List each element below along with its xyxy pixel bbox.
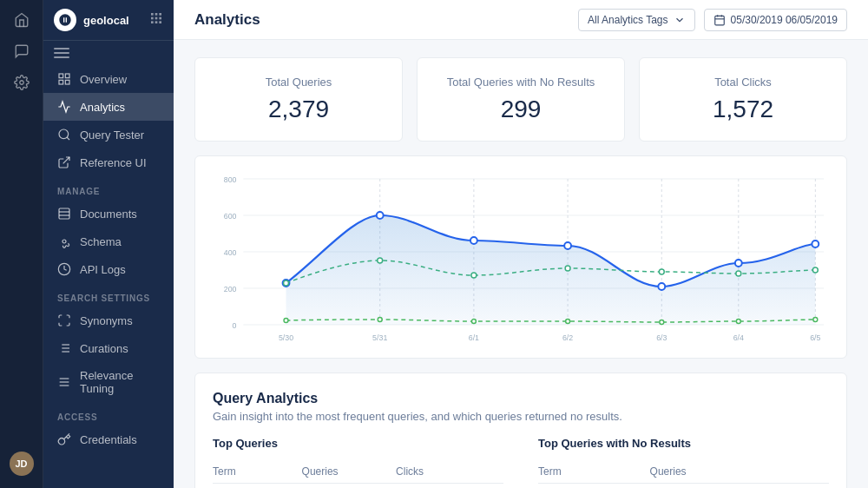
svg-text:200: 200 [224, 285, 237, 293]
nav-item-api-logs[interactable]: API Logs [43, 255, 174, 283]
nav-item-synonyms[interactable]: Synonyms [43, 307, 174, 334]
table-row: tavern ℹ [538, 484, 829, 489]
top-queries-heading: Top Queries [213, 437, 503, 450]
sidebar-main-column: geolocal Overview Analytics [43, 0, 174, 488]
query-analytics-card: Query Analytics Gain insight into the mo… [194, 373, 847, 488]
date-range-picker[interactable]: 05/30/2019 06/05/2019 [704, 9, 847, 31]
nav-item-reference-ui[interactable]: Reference UI [43, 148, 174, 176]
query-term-link[interactable]: brunch [213, 484, 302, 489]
svg-point-69 [659, 269, 664, 274]
query-analytics-title: Query Analytics [213, 391, 829, 406]
nav-item-curations[interactable]: Curations [43, 334, 174, 362]
svg-point-60 [470, 237, 477, 244]
nav-item-schema[interactable]: Schema [43, 228, 174, 255]
col-term: Term [213, 460, 302, 484]
svg-point-77 [736, 320, 740, 324]
nav-section-search-settings: SEARCH SETTINGS Synonyms Curations Relev… [43, 283, 174, 402]
svg-rect-5 [155, 17, 158, 20]
nav-section-manage: MANAGE Documents Schema API Logs [43, 176, 174, 283]
svg-point-68 [565, 266, 570, 271]
user-avatar[interactable]: JD [10, 452, 34, 476]
svg-rect-8 [155, 21, 158, 23]
svg-point-64 [812, 241, 819, 247]
svg-point-67 [471, 273, 477, 278]
svg-point-14 [59, 129, 69, 139]
nav-item-documents[interactable]: Documents [43, 200, 174, 228]
analytics-chart: 800 600 400 200 0 5/30 5/31 6/1 6/2 6/3 … [194, 155, 847, 359]
col-term-2: Term [538, 460, 650, 484]
svg-rect-31 [714, 16, 724, 24]
svg-point-0 [19, 81, 23, 85]
nav-main: Overview Analytics Query Tester Referenc… [43, 65, 174, 176]
home-icon[interactable] [14, 12, 30, 31]
click-count: 66 [396, 484, 468, 489]
svg-text:6/2: 6/2 [562, 333, 573, 342]
query-columns: Top Queries Term Queries Clicks [213, 437, 829, 488]
nav-item-credentials[interactable]: Credentials [43, 425, 174, 453]
svg-text:400: 400 [224, 248, 237, 257]
header-controls: All Analytics Tags 05/30/2019 06/05/2019 [578, 9, 847, 31]
svg-rect-1 [151, 13, 154, 16]
svg-text:6/5: 6/5 [810, 333, 820, 342]
nav-item-relevance-tuning[interactable]: Relevance Tuning [43, 362, 174, 402]
no-result-query-count [650, 484, 780, 489]
svg-rect-6 [159, 17, 161, 20]
col-queries-2: Queries [650, 460, 780, 484]
svg-line-16 [63, 157, 69, 163]
stat-total-clicks: Total Clicks 1,572 [639, 57, 847, 142]
nav-section-access: ACCESS Credentials [43, 402, 174, 453]
col-queries: Queries [302, 460, 396, 484]
svg-point-63 [735, 260, 742, 267]
info-action-2[interactable]: ℹ [779, 484, 829, 489]
main-content: Analytics All Analytics Tags 05/30/2019 … [174, 0, 868, 488]
svg-rect-17 [59, 208, 69, 219]
table-row: brunch 100 66 ℹ [213, 484, 503, 489]
svg-text:6/3: 6/3 [656, 333, 667, 342]
svg-line-15 [67, 137, 69, 140]
svg-point-66 [378, 258, 383, 263]
app-name: geolocal [83, 14, 129, 27]
top-queries-col: Top Queries Term Queries Clicks [213, 437, 503, 488]
grid-menu-icon[interactable] [149, 11, 163, 29]
svg-point-65 [284, 280, 289, 286]
chat-icon[interactable] [14, 43, 30, 63]
svg-rect-10 [59, 74, 63, 78]
top-queries-table: Term Queries Clicks brunch 100 66 [213, 460, 503, 488]
svg-point-75 [566, 320, 570, 324]
analytics-tags-selector[interactable]: All Analytics Tags [578, 9, 695, 31]
info-action[interactable]: ℹ [468, 484, 503, 489]
query-analytics-subtitle: Gain insight into the most frequent quer… [213, 410, 829, 423]
svg-point-74 [471, 320, 476, 324]
svg-point-78 [813, 318, 818, 322]
app-logo [54, 9, 76, 31]
no-results-table: Term Queries tavern ℹ [538, 460, 829, 488]
svg-point-62 [658, 283, 665, 290]
svg-rect-4 [151, 17, 154, 20]
query-count: 100 [302, 484, 396, 489]
svg-rect-13 [65, 80, 69, 84]
svg-point-73 [378, 318, 382, 322]
svg-rect-11 [65, 74, 69, 78]
settings-icon[interactable] [14, 75, 30, 94]
stats-row: Total Queries 2,379 Total Queries with N… [194, 57, 847, 142]
svg-point-72 [284, 319, 288, 323]
svg-text:0: 0 [233, 321, 237, 330]
nav-item-query-tester[interactable]: Query Tester [43, 121, 174, 148]
hamburger-menu[interactable] [54, 48, 163, 58]
svg-point-71 [812, 267, 818, 273]
header: Analytics All Analytics Tags 05/30/2019 … [174, 0, 868, 40]
svg-text:5/30: 5/30 [279, 333, 293, 342]
svg-point-20 [62, 240, 66, 243]
svg-point-61 [564, 242, 571, 249]
no-result-term-link[interactable]: tavern [538, 484, 650, 489]
stat-no-results: Total Queries with No Results 299 [417, 57, 625, 142]
svg-text:800: 800 [224, 175, 237, 184]
page-title: Analytics [194, 11, 260, 29]
col-action [468, 460, 503, 484]
no-results-col: Top Queries with No Results Term Queries [538, 437, 829, 488]
sidebar: JD geolocal [0, 0, 174, 488]
nav-item-analytics[interactable]: Analytics [43, 93, 174, 121]
nav-item-overview[interactable]: Overview [43, 65, 174, 93]
stat-total-queries: Total Queries 2,379 [194, 57, 403, 142]
svg-rect-7 [151, 21, 154, 23]
